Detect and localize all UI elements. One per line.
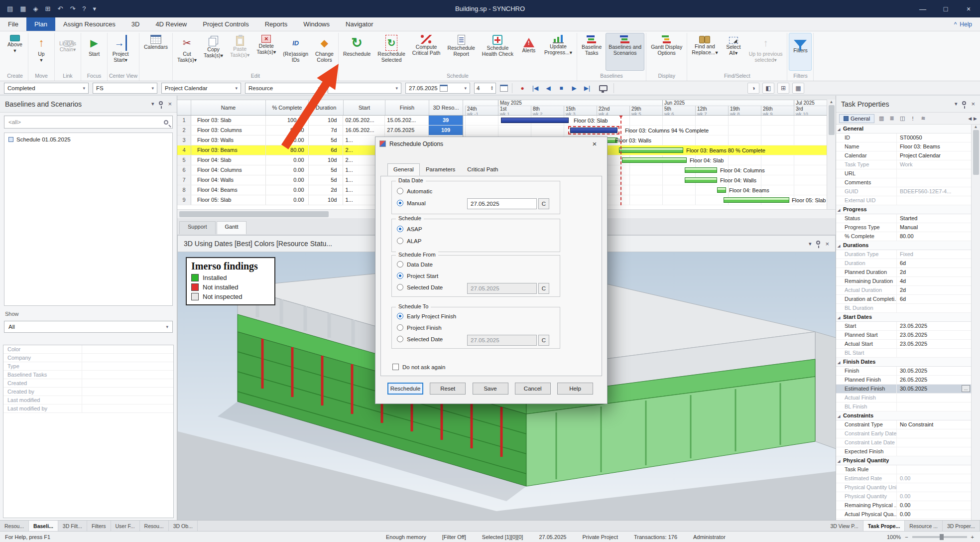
- property-value[interactable]: Work: [897, 160, 971, 169]
- property-row[interactable]: Planned Finish 26.05.2025 ...: [836, 376, 971, 385]
- task-name-cell[interactable]: Floor 03: Slab: [191, 116, 266, 125]
- gantt-bar[interactable]: [724, 197, 789, 203]
- property-value[interactable]: 4d: [897, 277, 971, 285]
- panel-tab[interactable]: Filters: [87, 521, 111, 531]
- property-value[interactable]: [867, 205, 971, 214]
- property-value[interactable]: 6d: [897, 295, 971, 303]
- property-value[interactable]: [889, 456, 971, 465]
- duration-cell[interactable]: 7d: [309, 126, 344, 135]
- property-row[interactable]: Created by: [3, 388, 173, 396]
- monitor-icon[interactable]: [599, 85, 608, 91]
- panel-tab[interactable]: 3D View P...: [826, 521, 863, 531]
- radio-project-finish[interactable]: Project Finish: [397, 324, 442, 331]
- property-row[interactable]: Constraint Early Date ...: [836, 429, 971, 438]
- property-row[interactable]: Task Rule ...: [836, 465, 971, 474]
- property-row[interactable]: Constraint Late Date ...: [836, 438, 971, 447]
- menu-tab[interactable]: Assign Resources: [55, 17, 123, 31]
- property-value[interactable]: 2d: [897, 286, 971, 294]
- dialog-button[interactable]: Cancel: [515, 383, 551, 395]
- column-header[interactable]: 3D Reso...: [429, 100, 463, 115]
- radio-icon[interactable]: [397, 188, 403, 194]
- property-value[interactable]: 30.05.2025: [897, 385, 962, 393]
- ribbon-button[interactable]: → ProjectStart▾: [109, 33, 132, 71]
- ribbon-button[interactable]: BaselineTasks: [579, 33, 605, 71]
- dialog-title-bar[interactable]: Reschedule Options ×: [375, 137, 607, 150]
- property-value[interactable]: 0.00: [897, 501, 971, 510]
- ribbon-button[interactable]: ComputeCritical Path: [409, 33, 444, 71]
- property-row[interactable]: Last modified: [3, 396, 173, 405]
- menu-tab[interactable]: Reports: [257, 17, 296, 31]
- property-value[interactable]: [897, 447, 971, 456]
- quick-access-icon[interactable]: ↶: [58, 5, 63, 12]
- property-value[interactable]: No Constraint: [897, 420, 971, 429]
- gantt-bar[interactable]: [501, 118, 569, 123]
- ribbon-button[interactable]: Calendars: [141, 33, 171, 71]
- playback-button[interactable]: ●: [516, 83, 528, 94]
- ribbon-button[interactable]: ID (Re)assignIDs: [280, 33, 311, 71]
- playback-button[interactable]: ▶: [568, 83, 580, 94]
- dialog-tab[interactable]: Critical Path: [461, 163, 504, 176]
- data-date-input[interactable]: [467, 198, 537, 209]
- task-name-cell[interactable]: Floor 03: Walls: [191, 136, 266, 145]
- properties-scrollbar[interactable]: ▲: [971, 125, 980, 520]
- pin-icon[interactable]: [159, 101, 163, 105]
- property-row[interactable]: Finish Dates ...: [836, 358, 971, 367]
- property-value[interactable]: 23.05.2025: [897, 331, 971, 339]
- minimize-button[interactable]: —: [911, 0, 934, 17]
- property-value[interactable]: 80.00: [897, 232, 971, 241]
- quick-access-icon[interactable]: ?: [82, 5, 86, 12]
- radio-automatic[interactable]: Automatic: [397, 188, 432, 194]
- radio-icon[interactable]: [397, 238, 403, 244]
- close-button[interactable]: ×: [957, 0, 980, 17]
- radio-manual[interactable]: Manual: [397, 200, 426, 206]
- ribbon-button[interactable]: ↑ Up to previousselected▾: [746, 33, 786, 71]
- property-row[interactable]: Duration 6d ...: [836, 259, 971, 268]
- duration-cell[interactable]: 5d: [309, 136, 344, 145]
- gantt-bar[interactable]: [619, 147, 683, 153]
- duration-cell[interactable]: 10d: [309, 195, 344, 205]
- pane-tab[interactable]: Gantt: [217, 221, 247, 234]
- property-row[interactable]: Baselined Tasks: [3, 371, 173, 379]
- zoom-in-icon[interactable]: +: [971, 534, 974, 540]
- nav-prev-icon[interactable]: ◀: [968, 116, 972, 121]
- property-value[interactable]: [875, 358, 971, 366]
- gantt-bar[interactable]: [685, 167, 717, 173]
- filter-combo[interactable]: Completed▾: [4, 83, 89, 94]
- percent-complete-cell[interactable]: 0.00: [266, 175, 309, 185]
- property-row[interactable]: Physical Quantity Unit ...: [836, 483, 971, 492]
- radio-selected-date-to[interactable]: Selected Date: [397, 336, 443, 342]
- ribbon-button[interactable]: Baselines andScenarios: [606, 33, 644, 71]
- property-row[interactable]: Actual Duration 2d ...: [836, 286, 971, 295]
- property-row[interactable]: Color: [3, 345, 173, 354]
- radio-icon[interactable]: [397, 336, 403, 342]
- ribbon-button[interactable]: ↑ Up▾: [30, 33, 53, 71]
- property-value[interactable]: [872, 313, 971, 321]
- property-row[interactable]: Remaining Duration 4d ...: [836, 277, 971, 286]
- playback-button[interactable]: ▶|: [581, 83, 593, 94]
- property-row[interactable]: % Complete 80.00 ...: [836, 232, 971, 241]
- property-value[interactable]: Manual: [897, 223, 971, 232]
- gantt-bar[interactable]: [685, 177, 717, 183]
- property-row[interactable]: Progress Type Manual ...: [836, 223, 971, 232]
- date-field[interactable]: 27.05.2025 ▾: [405, 83, 470, 94]
- property-value[interactable]: Started: [897, 214, 971, 223]
- radio-icon-selected[interactable]: [397, 313, 403, 319]
- zoom-slider[interactable]: [912, 536, 967, 538]
- quick-access-icon[interactable]: ⊞: [45, 5, 51, 12]
- radio-icon-selected[interactable]: [397, 272, 403, 279]
- property-value[interactable]: 23.05.2025: [897, 340, 971, 348]
- dialog-button[interactable]: Reset: [430, 383, 466, 395]
- property-value[interactable]: [897, 438, 971, 447]
- view-option-icon[interactable]: ⊞: [777, 83, 789, 94]
- task-name-cell[interactable]: Floor 03: Beams: [191, 145, 266, 155]
- ribbon-button[interactable]: Above▾: [3, 33, 26, 71]
- table-row[interactable]: 2 Floor 03: Columns 94.50 7d 16.05.202..…: [177, 126, 463, 136]
- duration-cell[interactable]: 2d: [309, 185, 344, 195]
- duration-cell[interactable]: 10d: [309, 155, 344, 165]
- property-value[interactable]: [897, 429, 971, 438]
- panel-tab[interactable]: Resou...: [140, 521, 169, 531]
- filter-combo[interactable]: ▾: [328, 83, 401, 94]
- property-row[interactable]: Created: [3, 379, 173, 388]
- property-row[interactable]: Durations ...: [836, 241, 971, 250]
- ribbon-button[interactable]: ✂ CutTask(s)▾: [174, 33, 200, 71]
